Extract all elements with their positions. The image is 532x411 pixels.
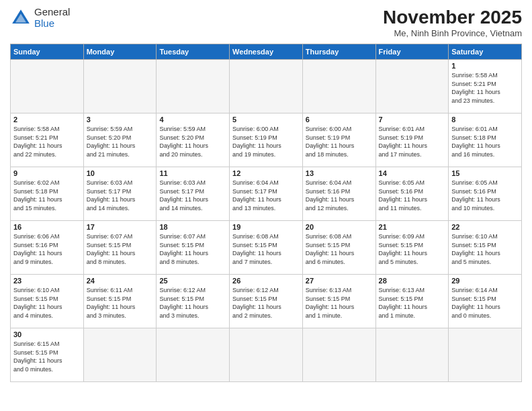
day-number: 8 — [451, 116, 519, 124]
day-info: Sunrise: 6:05 AM Sunset: 5:16 PM Dayligh… — [379, 179, 446, 212]
day-cell: 27Sunrise: 6:13 AM Sunset: 5:15 PM Dayli… — [302, 275, 375, 328]
day-info: Sunrise: 5:59 AM Sunset: 5:20 PM Dayligh… — [159, 125, 226, 158]
day-info: Sunrise: 6:12 AM Sunset: 5:15 PM Dayligh… — [159, 286, 226, 320]
day-cell: 30Sunrise: 6:15 AM Sunset: 5:15 PM Dayli… — [11, 328, 84, 382]
day-number: 14 — [379, 169, 446, 177]
day-number: 21 — [379, 223, 446, 231]
week-row-5: 30Sunrise: 6:15 AM Sunset: 5:15 PM Dayli… — [11, 328, 522, 382]
page-header: General Blue November 2025 Me, Ninh Binh… — [10, 7, 522, 38]
day-info: Sunrise: 6:01 AM Sunset: 5:19 PM Dayligh… — [379, 125, 446, 158]
day-info: Sunrise: 6:03 AM Sunset: 5:17 PM Dayligh… — [87, 179, 154, 212]
day-info: Sunrise: 6:08 AM Sunset: 5:15 PM Dayligh… — [306, 232, 373, 266]
day-info: Sunrise: 6:13 AM Sunset: 5:15 PM Dayligh… — [306, 286, 373, 320]
day-number: 13 — [306, 169, 373, 177]
week-row-0: 1Sunrise: 5:58 AM Sunset: 5:21 PM Daylig… — [11, 60, 522, 113]
day-cell — [83, 328, 157, 382]
day-cell: 23Sunrise: 6:10 AM Sunset: 5:15 PM Dayli… — [11, 275, 84, 328]
day-info: Sunrise: 6:04 AM Sunset: 5:16 PM Dayligh… — [306, 179, 373, 212]
day-info: Sunrise: 6:15 AM Sunset: 5:15 PM Dayligh… — [13, 340, 81, 373]
month-title: November 2025 — [383, 7, 522, 28]
day-info: Sunrise: 6:08 AM Sunset: 5:15 PM Dayligh… — [232, 232, 300, 266]
day-info: Sunrise: 6:07 AM Sunset: 5:15 PM Dayligh… — [159, 232, 226, 266]
day-cell: 15Sunrise: 6:05 AM Sunset: 5:16 PM Dayli… — [449, 167, 522, 221]
day-info: Sunrise: 6:06 AM Sunset: 5:16 PM Dayligh… — [13, 232, 81, 266]
weekday-header-monday: Monday — [83, 44, 157, 60]
day-cell — [230, 328, 303, 382]
day-number: 23 — [13, 277, 81, 285]
day-cell: 9Sunrise: 6:02 AM Sunset: 5:18 PM Daylig… — [11, 167, 84, 221]
day-number: 18 — [159, 223, 226, 231]
day-number: 4 — [159, 116, 226, 124]
day-info: Sunrise: 6:14 AM Sunset: 5:15 PM Dayligh… — [451, 286, 519, 320]
weekday-header-saturday: Saturday — [449, 44, 522, 60]
day-cell: 28Sunrise: 6:13 AM Sunset: 5:15 PM Dayli… — [375, 275, 449, 328]
day-info: Sunrise: 6:11 AM Sunset: 5:15 PM Dayligh… — [87, 286, 154, 320]
weekday-header-wednesday: Wednesday — [230, 44, 303, 60]
day-cell — [302, 60, 375, 113]
day-cell: 13Sunrise: 6:04 AM Sunset: 5:16 PM Dayli… — [302, 167, 375, 221]
day-number: 22 — [451, 223, 519, 231]
day-cell: 22Sunrise: 6:10 AM Sunset: 5:15 PM Dayli… — [449, 221, 522, 275]
day-cell: 16Sunrise: 6:06 AM Sunset: 5:16 PM Dayli… — [11, 221, 84, 275]
day-number: 20 — [306, 223, 373, 231]
day-info: Sunrise: 6:00 AM Sunset: 5:19 PM Dayligh… — [306, 125, 373, 158]
day-info: Sunrise: 6:09 AM Sunset: 5:15 PM Dayligh… — [379, 232, 446, 266]
day-number: 26 — [232, 277, 300, 285]
day-info: Sunrise: 6:01 AM Sunset: 5:18 PM Dayligh… — [451, 125, 519, 158]
day-cell: 19Sunrise: 6:08 AM Sunset: 5:15 PM Dayli… — [230, 221, 303, 275]
day-info: Sunrise: 6:03 AM Sunset: 5:17 PM Dayligh… — [159, 179, 226, 212]
day-cell — [157, 60, 230, 113]
day-cell: 8Sunrise: 6:01 AM Sunset: 5:18 PM Daylig… — [449, 113, 522, 167]
logo: General Blue — [10, 7, 70, 29]
day-number: 2 — [13, 116, 81, 124]
day-cell: 5Sunrise: 6:00 AM Sunset: 5:19 PM Daylig… — [230, 113, 303, 167]
day-info: Sunrise: 6:05 AM Sunset: 5:16 PM Dayligh… — [451, 179, 519, 212]
day-number: 27 — [306, 277, 373, 285]
day-cell — [449, 328, 522, 382]
location-subtitle: Me, Ninh Binh Province, Vietnam — [383, 28, 522, 38]
day-number: 25 — [159, 277, 226, 285]
day-cell — [230, 60, 303, 113]
logo-icon — [10, 7, 32, 29]
day-info: Sunrise: 6:13 AM Sunset: 5:15 PM Dayligh… — [379, 286, 446, 320]
day-number: 1 — [451, 62, 519, 70]
day-number: 3 — [87, 116, 154, 124]
day-cell: 26Sunrise: 6:12 AM Sunset: 5:15 PM Dayli… — [230, 275, 303, 328]
day-cell — [375, 60, 449, 113]
week-row-3: 16Sunrise: 6:06 AM Sunset: 5:16 PM Dayli… — [11, 221, 522, 275]
day-cell: 11Sunrise: 6:03 AM Sunset: 5:17 PM Dayli… — [157, 167, 230, 221]
day-cell: 6Sunrise: 6:00 AM Sunset: 5:19 PM Daylig… — [302, 113, 375, 167]
day-number: 7 — [379, 116, 446, 124]
day-number: 16 — [13, 223, 81, 231]
day-number: 5 — [232, 116, 300, 124]
day-number: 12 — [232, 169, 300, 177]
week-row-2: 9Sunrise: 6:02 AM Sunset: 5:18 PM Daylig… — [11, 167, 522, 221]
day-number: 6 — [306, 116, 373, 124]
day-number: 11 — [159, 169, 226, 177]
logo-text: General Blue — [34, 7, 70, 29]
day-cell: 20Sunrise: 6:08 AM Sunset: 5:15 PM Dayli… — [302, 221, 375, 275]
calendar-table: SundayMondayTuesdayWednesdayThursdayFrid… — [10, 44, 522, 382]
day-cell: 2Sunrise: 5:58 AM Sunset: 5:21 PM Daylig… — [11, 113, 84, 167]
day-info: Sunrise: 5:58 AM Sunset: 5:21 PM Dayligh… — [451, 71, 519, 105]
day-cell: 21Sunrise: 6:09 AM Sunset: 5:15 PM Dayli… — [375, 221, 449, 275]
weekday-header-friday: Friday — [375, 44, 449, 60]
day-cell — [11, 60, 84, 113]
week-row-4: 23Sunrise: 6:10 AM Sunset: 5:15 PM Dayli… — [11, 275, 522, 328]
logo-general: General — [34, 7, 70, 18]
weekday-header-row: SundayMondayTuesdayWednesdayThursdayFrid… — [11, 44, 522, 60]
day-info: Sunrise: 6:10 AM Sunset: 5:15 PM Dayligh… — [13, 286, 81, 320]
day-cell: 17Sunrise: 6:07 AM Sunset: 5:15 PM Dayli… — [83, 221, 157, 275]
day-info: Sunrise: 5:58 AM Sunset: 5:21 PM Dayligh… — [13, 125, 81, 158]
weekday-header-tuesday: Tuesday — [157, 44, 230, 60]
day-number: 15 — [451, 169, 519, 177]
day-cell — [83, 60, 157, 113]
day-info: Sunrise: 6:00 AM Sunset: 5:19 PM Dayligh… — [232, 125, 300, 158]
day-cell: 14Sunrise: 6:05 AM Sunset: 5:16 PM Dayli… — [375, 167, 449, 221]
day-cell: 24Sunrise: 6:11 AM Sunset: 5:15 PM Dayli… — [83, 275, 157, 328]
day-number: 28 — [379, 277, 446, 285]
day-cell: 1Sunrise: 5:58 AM Sunset: 5:21 PM Daylig… — [449, 60, 522, 113]
day-info: Sunrise: 6:04 AM Sunset: 5:17 PM Dayligh… — [232, 179, 300, 212]
day-cell: 7Sunrise: 6:01 AM Sunset: 5:19 PM Daylig… — [375, 113, 449, 167]
day-cell: 4Sunrise: 5:59 AM Sunset: 5:20 PM Daylig… — [157, 113, 230, 167]
